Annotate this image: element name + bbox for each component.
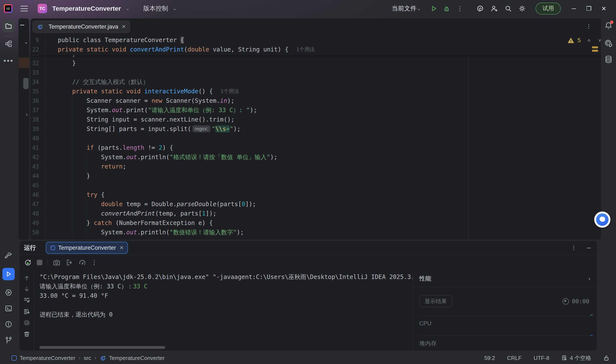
line-content[interactable]: try { bbox=[58, 190, 105, 199]
code-line[interactable]: 45 bbox=[30, 181, 601, 190]
line-content[interactable]: private static void convertAndPrint(doub… bbox=[58, 45, 315, 54]
console-line[interactable]: 请输入温度和单位（例: 33 C）：33 C bbox=[40, 282, 413, 291]
line-content[interactable]: System.out.println("数值错误！请输入数字"); bbox=[58, 228, 244, 237]
line-separator[interactable]: CRLF bbox=[507, 355, 522, 362]
notifications-bell-icon[interactable] bbox=[604, 21, 613, 31]
line-content[interactable]: String[] parts = input.split(regex:"\\s+… bbox=[58, 124, 241, 134]
print-icon[interactable] bbox=[23, 319, 30, 326]
tab-options-icon[interactable]: ⋮ bbox=[586, 23, 592, 30]
search-icon[interactable] bbox=[505, 5, 512, 12]
code-line[interactable]: 50 System.out.println("数值错误！请输入数字"); bbox=[30, 228, 601, 237]
line-number[interactable]: 49 bbox=[30, 218, 39, 228]
add-user-icon[interactable] bbox=[491, 5, 498, 12]
window-restore-button[interactable]: ❐ bbox=[581, 5, 596, 12]
debug-button[interactable] bbox=[443, 5, 450, 12]
line-number[interactable]: 37 bbox=[30, 105, 39, 115]
line-content[interactable]: } catch (NumberFormatException e) { bbox=[58, 218, 213, 228]
line-content[interactable]: System.out.println("格式错误！请按「数值 单位」输入"); bbox=[58, 153, 277, 162]
more-options-icon[interactable]: ⋮ bbox=[91, 259, 97, 266]
line-number[interactable]: 38 bbox=[30, 115, 39, 124]
line-number[interactable]: 40 bbox=[30, 134, 39, 143]
line-content[interactable]: if (parts.length != 2) { bbox=[58, 143, 173, 153]
code-line[interactable]: 38 String input = scanner.nextLine().tri… bbox=[30, 115, 601, 124]
code-line[interactable]: 44 } bbox=[30, 171, 601, 181]
line-number[interactable]: 35 bbox=[30, 87, 39, 96]
main-menu-button[interactable] bbox=[21, 6, 28, 11]
editor-tab[interactable]: TemperatureConverter.java ✕ bbox=[32, 21, 130, 33]
performance-header[interactable]: 性能 › bbox=[413, 270, 597, 287]
line-number[interactable]: 32 bbox=[30, 59, 39, 68]
line-number[interactable]: 50 bbox=[30, 228, 39, 237]
console-line[interactable]: 进程已结束，退出代码为 0 bbox=[40, 310, 413, 319]
code-line[interactable]: 40 bbox=[30, 134, 601, 143]
code-line[interactable]: 36 Scanner scanner = new Scanner(System.… bbox=[30, 96, 601, 105]
chevron-down-icon[interactable]: ⌄ bbox=[173, 6, 177, 11]
code-line[interactable]: 39 String[] parts = input.split(regex:"\… bbox=[30, 124, 601, 134]
line-number[interactable]: 42 bbox=[30, 153, 39, 162]
clear-console-trash-icon[interactable] bbox=[23, 331, 30, 338]
breadcrumb-src[interactable]: src bbox=[84, 355, 91, 362]
profiler-gauge-icon[interactable] bbox=[79, 259, 86, 266]
snapshot-camera-icon[interactable] bbox=[53, 259, 61, 266]
code-line[interactable]: 43 return; bbox=[30, 162, 601, 171]
line-number[interactable]: 34 bbox=[30, 77, 39, 87]
line-number[interactable]: 48 bbox=[30, 209, 39, 218]
collapsed-panel[interactable]: ⌄ › bbox=[18, 18, 29, 240]
close-icon[interactable]: ✕ bbox=[122, 24, 126, 30]
line-content[interactable]: String input = scanner.nextLine().trim()… bbox=[58, 115, 234, 124]
unlock-icon[interactable] bbox=[603, 355, 610, 361]
terminal-tool-button[interactable] bbox=[5, 305, 13, 312]
more-tool-windows-button[interactable]: ••• bbox=[3, 57, 14, 65]
code-line[interactable]: 49 } catch (NumberFormatException e) { bbox=[30, 218, 601, 228]
chevron-right-icon[interactable]: › bbox=[26, 112, 27, 117]
project-avatar[interactable]: TC bbox=[38, 4, 47, 13]
soft-wrap-icon[interactable] bbox=[23, 297, 30, 304]
code-line[interactable]: 47 double temp = Double.parseDouble(part… bbox=[30, 199, 601, 209]
prev-warning-icon[interactable]: ˄ bbox=[588, 38, 590, 44]
line-number[interactable]: 47 bbox=[30, 199, 39, 209]
line-number[interactable]: 46 bbox=[30, 190, 39, 199]
scroll-to-end-icon[interactable] bbox=[23, 308, 30, 315]
line-content[interactable]: } bbox=[58, 59, 76, 68]
run-options-icon[interactable]: ⋮ bbox=[571, 245, 577, 251]
console-line[interactable]: 33.00 °C = 91.40 °F bbox=[40, 291, 413, 300]
console-horizontal-scrollbar[interactable] bbox=[39, 346, 165, 349]
console-line[interactable] bbox=[40, 300, 413, 310]
structure-tool-button[interactable] bbox=[5, 40, 13, 48]
run-configuration-tab[interactable]: TemperatureConverter ✕ bbox=[46, 242, 128, 254]
ai-chat-icon[interactable] bbox=[604, 39, 613, 48]
code-line[interactable]: 35 private static void interactiveMode()… bbox=[30, 87, 601, 96]
line-content[interactable]: double temp = Double.parseDouble(parts[0… bbox=[58, 199, 256, 209]
line-number[interactable]: 33 bbox=[30, 68, 39, 77]
error-stripe-mark[interactable] bbox=[592, 50, 598, 52]
code-line[interactable]: 37 System.out.print("请输入温度和单位（例: 33 C）: … bbox=[30, 105, 601, 115]
line-number[interactable]: 44 bbox=[30, 171, 39, 181]
chevron-down-icon[interactable]: ⌄ bbox=[24, 39, 28, 45]
line-number[interactable]: 39 bbox=[30, 124, 39, 134]
window-minimize-button[interactable]: ─ bbox=[566, 5, 581, 12]
line-number[interactable]: 9 bbox=[30, 36, 39, 45]
build-tool-button[interactable] bbox=[4, 252, 13, 260]
up-arrow-icon[interactable] bbox=[24, 275, 30, 281]
run-button[interactable] bbox=[430, 5, 437, 12]
inspections-widget[interactable]: 5 ˄ ˅ bbox=[568, 37, 601, 44]
hide-tool-window-icon[interactable]: ─ bbox=[587, 245, 591, 251]
run-tool-button[interactable] bbox=[2, 268, 15, 280]
code-line[interactable]: 46 try { bbox=[30, 190, 601, 199]
line-number[interactable]: 22 bbox=[30, 45, 39, 54]
code-line[interactable]: 41 if (parts.length != 2) { bbox=[30, 143, 601, 153]
ai-assistant-icon[interactable] bbox=[477, 5, 484, 12]
project-tool-button[interactable] bbox=[2, 20, 15, 32]
line-number[interactable]: 36 bbox=[30, 96, 39, 105]
breadcrumb-project[interactable]: TemperatureConverter bbox=[20, 355, 75, 362]
indent-setting[interactable]: 4 个空格 bbox=[561, 354, 591, 362]
show-results-button[interactable]: 显示结果 bbox=[419, 295, 452, 307]
line-content[interactable]: Scanner scanner = new Scanner(System.in)… bbox=[58, 96, 234, 105]
breadcrumb-class[interactable]: TemperatureConverter bbox=[109, 355, 164, 362]
chevron-down-icon[interactable]: ⌄ bbox=[417, 6, 421, 11]
problems-tool-button[interactable] bbox=[5, 320, 13, 328]
down-arrow-icon[interactable] bbox=[24, 286, 30, 292]
file-encoding[interactable]: UTF-8 bbox=[534, 355, 549, 362]
vcs-menu[interactable]: 版本控制 bbox=[143, 4, 168, 13]
floating-assistant-button[interactable] bbox=[594, 211, 610, 228]
